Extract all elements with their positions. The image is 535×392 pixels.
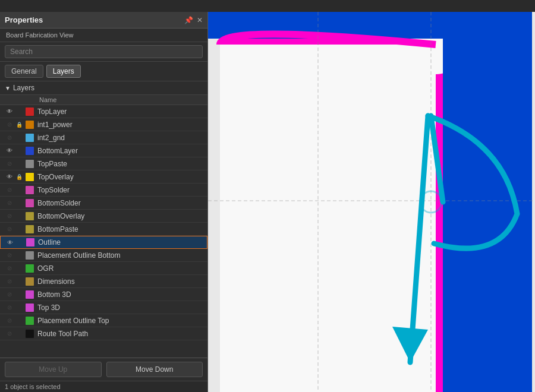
- layers-header: ▼ Layers: [0, 81, 207, 95]
- table-row[interactable]: 👁Outline: [0, 236, 207, 249]
- color-swatch: [26, 317, 34, 325]
- table-row[interactable]: ⊘OGR: [0, 262, 207, 275]
- top-bar: [0, 0, 535, 12]
- visibility-icon[interactable]: 👁: [5, 238, 15, 247]
- visibility-icon[interactable]: ⊘: [5, 185, 14, 195]
- table-row[interactable]: 👁TopLayer: [0, 105, 207, 118]
- search-input[interactable]: [5, 45, 203, 58]
- tab-general[interactable]: General: [5, 65, 43, 78]
- layer-name: int2_gnd: [36, 134, 203, 142]
- table-row[interactable]: ⊘int2_gnd: [0, 131, 207, 144]
- layer-name: Top 3D: [36, 304, 203, 312]
- lock-icon[interactable]: [14, 329, 24, 339]
- visibility-icon[interactable]: ⊘: [5, 211, 14, 221]
- table-row[interactable]: ⊘Dimensions: [0, 275, 207, 288]
- layers-section-label: Layers: [13, 84, 34, 92]
- layer-name: Outline: [37, 238, 202, 246]
- layer-name: int1_power: [36, 121, 203, 129]
- close-button[interactable]: ✕: [197, 16, 203, 24]
- col-name-header: Name: [38, 96, 203, 103]
- visibility-icon[interactable]: ⊘: [5, 133, 14, 143]
- table-row[interactable]: ⊘Placement Outline Bottom: [0, 249, 207, 262]
- lock-icon[interactable]: [14, 159, 24, 169]
- svg-rect-13: [443, 12, 532, 392]
- lock-icon[interactable]: [14, 146, 24, 156]
- layers-table: Name 👁TopLayer⊘🔒int1_power⊘int2_gnd👁Bott…: [0, 95, 207, 358]
- table-row[interactable]: ⊘BottomOverlay: [0, 210, 207, 223]
- color-swatch: [26, 330, 34, 338]
- visibility-icon[interactable]: ⊘: [5, 120, 14, 129]
- lock-icon[interactable]: 🔒: [14, 120, 24, 129]
- lock-icon[interactable]: [14, 277, 24, 286]
- layer-name: Dimensions: [36, 277, 203, 286]
- visibility-icon[interactable]: ⊘: [5, 316, 14, 325]
- panel-title: Properties: [5, 15, 43, 24]
- lock-icon[interactable]: [14, 185, 24, 195]
- lock-icon[interactable]: [14, 251, 24, 260]
- visibility-icon[interactable]: ⊘: [5, 303, 14, 312]
- lock-icon[interactable]: [14, 198, 24, 208]
- visibility-icon[interactable]: ⊘: [5, 329, 14, 339]
- lock-icon[interactable]: [14, 290, 24, 299]
- table-row[interactable]: ⊘Top 3D: [0, 301, 207, 314]
- lock-icon[interactable]: [15, 238, 24, 247]
- visibility-icon[interactable]: 👁: [5, 172, 14, 182]
- layer-name: BottomLayer: [36, 147, 203, 155]
- search-bar: [0, 42, 207, 62]
- color-swatch: [26, 212, 34, 220]
- visibility-icon[interactable]: 👁: [5, 146, 14, 156]
- color-swatch: [26, 160, 34, 168]
- tabs-row: General Layers: [0, 62, 207, 81]
- table-row[interactable]: 👁BottomLayer: [0, 144, 207, 157]
- layer-name: TopOverlay: [36, 173, 203, 181]
- table-row[interactable]: ⊘🔒int1_power: [0, 118, 207, 131]
- layer-name: BottomPaste: [36, 225, 203, 233]
- table-row[interactable]: ⊘TopSolder: [0, 184, 207, 197]
- table-row[interactable]: ⊘TopPaste: [0, 157, 207, 170]
- table-row[interactable]: ⊘BottomSolder: [0, 197, 207, 210]
- visibility-icon[interactable]: ⊘: [5, 225, 14, 234]
- layers-arrow-icon: ▼: [5, 85, 11, 91]
- visibility-icon[interactable]: ⊘: [5, 277, 14, 286]
- board-fab-label: Board Fabrication View: [0, 29, 207, 42]
- color-swatch: [26, 121, 34, 129]
- table-row[interactable]: ⊘Placement Outline Top: [0, 314, 207, 327]
- lock-icon[interactable]: [14, 107, 24, 116]
- visibility-icon[interactable]: ⊘: [5, 198, 14, 208]
- color-swatch: [26, 173, 34, 181]
- color-swatch: [26, 264, 34, 273]
- color-swatch: [26, 225, 34, 233]
- canvas-area[interactable]: [208, 12, 535, 392]
- table-row[interactable]: ⊘BottomPaste: [0, 223, 207, 236]
- layer-name: Route Tool Path: [36, 330, 203, 338]
- color-swatch: [26, 186, 34, 194]
- visibility-icon[interactable]: ⊘: [5, 290, 14, 299]
- color-swatch: [26, 199, 34, 207]
- visibility-icon[interactable]: ⊘: [5, 251, 14, 260]
- table-row[interactable]: 👁🔒TopOverlay: [0, 170, 207, 184]
- color-swatch: [26, 238, 34, 246]
- table-header-row: Name: [0, 95, 207, 105]
- pin-button[interactable]: 📌: [184, 16, 193, 24]
- lock-icon[interactable]: [14, 133, 24, 143]
- tab-layers[interactable]: Layers: [46, 65, 81, 78]
- visibility-icon[interactable]: ⊘: [5, 159, 14, 169]
- lock-icon[interactable]: [14, 225, 24, 234]
- panel-header: Properties 📌 ✕: [0, 12, 207, 29]
- layer-name: Bottom 3D: [36, 290, 203, 299]
- lock-icon[interactable]: [14, 303, 24, 312]
- lock-icon[interactable]: [14, 211, 24, 221]
- table-row[interactable]: ⊘Bottom 3D: [0, 288, 207, 301]
- color-swatch: [26, 134, 34, 142]
- lock-icon[interactable]: [14, 316, 24, 325]
- color-swatch: [26, 304, 34, 312]
- color-swatch: [26, 147, 34, 155]
- lock-icon[interactable]: 🔒: [14, 172, 24, 182]
- move-down-button[interactable]: Move Down: [106, 362, 203, 377]
- visibility-icon[interactable]: ⊘: [5, 264, 14, 273]
- bottom-buttons: Move Up Move Down: [0, 358, 207, 381]
- move-up-button[interactable]: Move Up: [5, 362, 102, 377]
- lock-icon[interactable]: [14, 264, 24, 273]
- table-row[interactable]: ⊘Route Tool Path: [0, 327, 207, 340]
- visibility-icon[interactable]: 👁: [5, 107, 14, 116]
